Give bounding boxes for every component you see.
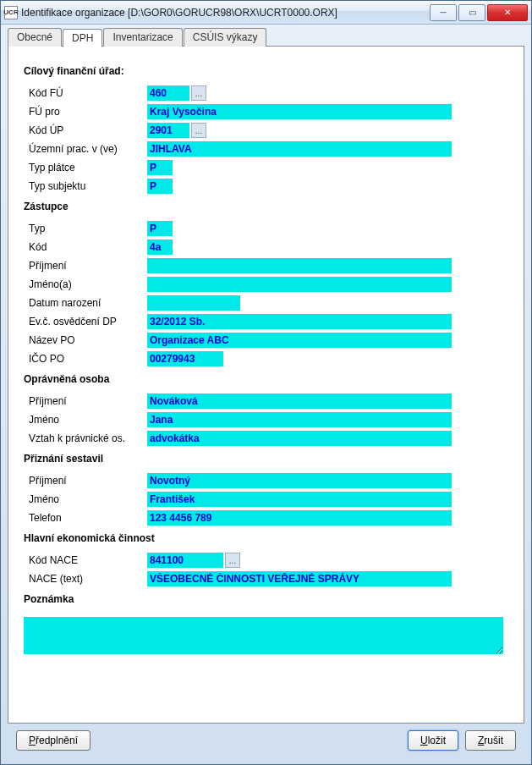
label-z-jmenoa: Jméno(a) — [29, 278, 147, 290]
label-typ-subjektu: Typ subjektu — [29, 180, 147, 192]
label-z-evc: Ev.č. osvědčení DP — [29, 316, 147, 327]
label-uzemni: Územní prac. v (ve) — [29, 143, 147, 155]
input-p-jmeno[interactable] — [147, 492, 452, 507]
label-o-vztah: Vztah k právnické os. — [29, 432, 147, 444]
label-z-datum: Datum narození — [29, 297, 147, 309]
label-z-typ: Typ — [29, 223, 147, 234]
tabs: Obecné DPH Inventarizace CSÚIS výkazy — [8, 28, 524, 47]
input-fu-pro[interactable] — [147, 104, 452, 119]
tab-inventarizace[interactable]: Inventarizace — [103, 28, 182, 47]
section-opravnena: Oprávněná osoba — [24, 373, 508, 385]
label-p-prijmeni: Příjmení — [29, 475, 147, 487]
window-controls: ─ ▭ ✕ — [428, 4, 528, 21]
input-z-jmenoa[interactable] — [147, 277, 452, 292]
lookup-kod-up[interactable]: ... — [191, 123, 206, 138]
input-nace-text[interactable] — [147, 571, 452, 586]
app-icon: UCR — [4, 6, 18, 19]
input-z-evc[interactable] — [147, 314, 452, 329]
input-o-prijmeni[interactable] — [147, 394, 452, 409]
input-kod-up[interactable] — [147, 123, 189, 138]
label-kod-nace: Kód NACE — [29, 554, 147, 566]
label-z-ico: IČO PO — [29, 353, 147, 365]
label-fu-pro: FÚ pro — [29, 106, 147, 118]
minimize-button[interactable]: ─ — [430, 4, 457, 21]
label-z-kod: Kód — [29, 241, 147, 253]
tab-csuis[interactable]: CSÚIS výkazy — [184, 28, 267, 47]
section-poznamka: Poznámka — [24, 593, 508, 605]
maximize-button[interactable]: ▭ — [458, 4, 485, 21]
window: UCR Identifikace organizace [D:\GOR0\GOR… — [0, 0, 532, 765]
lookup-kod-fu[interactable]: ... — [191, 85, 206, 101]
ulozit-button[interactable]: Uložit — [408, 730, 458, 751]
predplneni-button[interactable]: Předplnění — [16, 730, 90, 751]
input-o-jmeno[interactable] — [147, 412, 452, 427]
input-typ-subjektu[interactable] — [147, 179, 173, 194]
section-zastupce: Zástupce — [24, 201, 508, 212]
tab-panel-dph: Cílový finanční úřad: Kód FÚ ... FÚ pro … — [8, 46, 524, 724]
input-poznamka[interactable] — [24, 617, 503, 654]
content-area: Obecné DPH Inventarizace CSÚIS výkazy Cí… — [1, 25, 531, 764]
label-typ-platce: Typ plátce — [29, 162, 147, 173]
input-kod-fu[interactable] — [147, 85, 189, 101]
zrusit-button[interactable]: Zrušit — [465, 730, 516, 751]
input-z-typ[interactable] — [147, 221, 173, 236]
section-hlavni: Hlavní ekonomická činnost — [24, 532, 508, 544]
input-p-telefon[interactable] — [147, 510, 452, 526]
section-cilovy: Cílový finanční úřad: — [24, 65, 508, 77]
input-z-datum[interactable] — [147, 295, 240, 311]
label-o-prijmeni: Příjmení — [29, 395, 147, 407]
input-typ-platce[interactable] — [147, 160, 173, 175]
label-kod-fu: Kód FÚ — [29, 87, 147, 99]
label-kod-up: Kód ÚP — [29, 124, 147, 136]
label-z-nazev: Název PO — [29, 334, 147, 346]
titlebar: UCR Identifikace organizace [D:\GOR0\GOR… — [1, 1, 531, 25]
close-button[interactable]: ✕ — [487, 4, 528, 21]
input-z-prijmeni[interactable] — [147, 258, 452, 273]
label-o-jmeno: Jméno — [29, 414, 147, 426]
label-p-telefon: Telefon — [29, 512, 147, 524]
tab-dph[interactable]: DPH — [63, 29, 102, 47]
input-uzemni[interactable] — [147, 141, 452, 157]
input-z-nazev[interactable] — [147, 333, 452, 348]
label-z-prijmeni: Příjmení — [29, 260, 147, 272]
input-kod-nace[interactable] — [147, 553, 223, 568]
section-priznani: Přiznání sestavil — [24, 453, 508, 465]
label-p-jmeno: Jméno — [29, 493, 147, 505]
input-p-prijmeni[interactable] — [147, 473, 452, 488]
input-z-kod[interactable] — [147, 239, 173, 255]
tab-obecne[interactable]: Obecné — [8, 28, 62, 47]
input-z-ico[interactable] — [147, 351, 223, 366]
lookup-kod-nace[interactable]: ... — [225, 553, 240, 568]
window-title: Identifikace organizace [D:\GOR0\GORUCR9… — [21, 7, 428, 19]
footer: Předplnění Uložit Zrušit — [8, 724, 524, 757]
input-o-vztah[interactable] — [147, 431, 452, 446]
label-nace-text: NACE (text) — [29, 573, 147, 585]
